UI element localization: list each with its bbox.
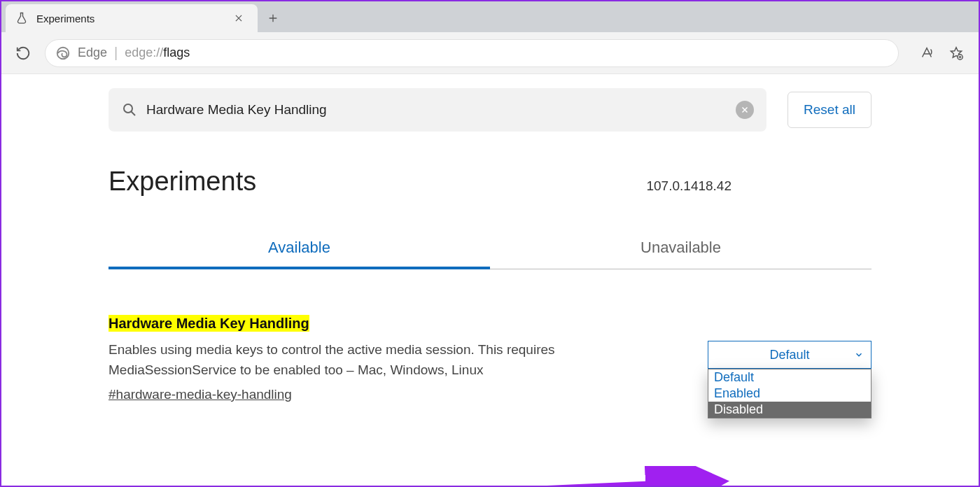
omnibox-separator: | [114, 45, 118, 61]
search-icon [121, 101, 138, 118]
read-aloud-icon[interactable] [917, 43, 937, 63]
dropdown-selected-label: Default [769, 348, 809, 362]
tab-title: Experiments [36, 13, 221, 24]
flag-title: Hardware Media Key Handling [108, 315, 309, 332]
browser-toolbar: Edge | edge://flags [1, 32, 979, 74]
tab-unavailable[interactable]: Unavailable [490, 229, 872, 269]
page-title: Experiments [108, 167, 256, 197]
edge-logo-icon [55, 45, 71, 61]
omnibox-url: edge://flags [125, 45, 190, 60]
tab-available[interactable]: Available [108, 229, 490, 269]
dropdown-selected[interactable]: Default [708, 341, 872, 369]
annotation-arrow [435, 466, 743, 486]
omnibox-engine-label: Edge [78, 45, 107, 60]
version-text: 107.0.1418.42 [646, 178, 732, 194]
flag-dropdown[interactable]: Default DefaultEnabledDisabled [708, 341, 872, 369]
page-content: Reset all Experiments 107.0.1418.42 Avai… [1, 74, 979, 486]
dropdown-option-disabled[interactable]: Disabled [708, 402, 871, 418]
flask-icon [15, 12, 28, 24]
svg-point-2 [124, 104, 132, 113]
svg-line-3 [435, 481, 722, 486]
flag-row: Hardware Media Key Handling Enables usin… [108, 316, 872, 402]
new-tab-button[interactable] [264, 9, 282, 27]
reload-button[interactable] [14, 44, 32, 62]
address-bar[interactable]: Edge | edge://flags [45, 39, 899, 67]
dropdown-list: DefaultEnabledDisabled [708, 369, 872, 418]
close-tab-icon[interactable] [230, 9, 248, 27]
flag-id-link[interactable]: #hardware-media-key-handling [108, 387, 292, 402]
chevron-down-icon [854, 350, 864, 360]
clear-search-icon[interactable] [736, 101, 754, 119]
tab-bar: Available Unavailable [108, 229, 872, 269]
browser-tab[interactable]: Experiments [6, 4, 258, 32]
dropdown-option-default[interactable]: Default [708, 369, 871, 386]
tab-strip: Experiments [1, 1, 979, 32]
favorites-icon[interactable] [946, 43, 966, 63]
flag-description: Enables using media keys to control the … [108, 340, 598, 380]
reset-all-button[interactable]: Reset all [788, 92, 872, 128]
dropdown-option-enabled[interactable]: Enabled [708, 386, 871, 402]
search-input[interactable] [146, 102, 727, 118]
search-box[interactable] [108, 88, 766, 132]
